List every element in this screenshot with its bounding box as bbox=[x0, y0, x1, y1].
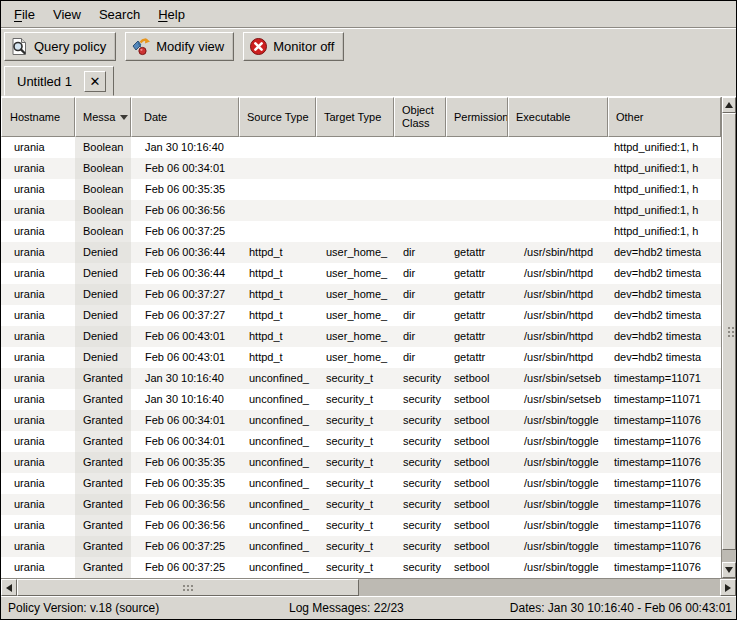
table-row[interactable]: uraniaGrantedFeb 06 00:34:01unconfined_s… bbox=[1, 431, 721, 452]
table-cell: Boolean bbox=[75, 179, 131, 200]
table-cell: /usr/sbin/httpd bbox=[508, 263, 608, 284]
scroll-up-button[interactable] bbox=[722, 97, 736, 113]
table-cell: urania bbox=[1, 263, 75, 284]
scroll-left-button[interactable] bbox=[1, 579, 17, 596]
table-cell: security_t bbox=[316, 389, 394, 410]
table-cell: urania bbox=[1, 326, 75, 347]
table-cell: httpd_unified:1, h bbox=[608, 200, 721, 221]
table-cell: Jan 30 10:16:40 bbox=[131, 368, 239, 389]
table-cell: Feb 06 00:37:27 bbox=[131, 305, 239, 326]
table-row[interactable]: uraniaGrantedFeb 06 00:37:25unconfined_s… bbox=[1, 536, 721, 557]
table-cell bbox=[508, 158, 608, 179]
table-cell: urania bbox=[1, 473, 75, 494]
table-cell: timestamp=11076 bbox=[608, 494, 721, 515]
table-cell: unconfined_ bbox=[239, 389, 316, 410]
column-header-date[interactable]: Date bbox=[131, 97, 239, 137]
log-table-container: Hostname Messa Date Source Type Target T… bbox=[1, 97, 721, 578]
table-row[interactable]: uraniaGrantedFeb 06 00:36:56unconfined_s… bbox=[1, 494, 721, 515]
table-row[interactable]: uraniaDeniedFeb 06 00:37:27httpd_tuser_h… bbox=[1, 305, 721, 326]
table-cell bbox=[239, 158, 316, 179]
table-cell: Feb 06 00:43:01 bbox=[131, 347, 239, 368]
table-cell: Feb 06 00:34:01 bbox=[131, 410, 239, 431]
scroll-right-button[interactable] bbox=[720, 579, 736, 596]
horizontal-scrollbar-thumb[interactable] bbox=[17, 579, 359, 596]
table-cell bbox=[316, 200, 394, 221]
modify-view-button[interactable]: Modify view bbox=[125, 32, 234, 61]
table-cell: getattr bbox=[446, 347, 508, 368]
table-row[interactable]: uraniaDeniedFeb 06 00:36:44httpd_tuser_h… bbox=[1, 263, 721, 284]
table-row[interactable]: uraniaDeniedFeb 06 00:37:27httpd_tuser_h… bbox=[1, 284, 721, 305]
table-cell: setbool bbox=[446, 536, 508, 557]
column-header-object-class[interactable]: Object Class bbox=[394, 97, 446, 137]
column-header-executable[interactable]: Executable bbox=[508, 97, 608, 137]
table-cell: httpd_t bbox=[239, 284, 316, 305]
column-header-target-type[interactable]: Target Type bbox=[316, 97, 394, 137]
table-cell: Feb 06 00:37:25 bbox=[131, 536, 239, 557]
table-cell: setbool bbox=[446, 389, 508, 410]
table-cell: unconfined_ bbox=[239, 473, 316, 494]
table-row[interactable]: uraniaDeniedFeb 06 00:43:01httpd_tuser_h… bbox=[1, 347, 721, 368]
table-cell: Boolean bbox=[75, 221, 131, 242]
column-header-message[interactable]: Messa bbox=[75, 97, 131, 137]
table-row[interactable]: uraniaBooleanFeb 06 00:34:01httpd_unifie… bbox=[1, 158, 721, 179]
vertical-scrollbar-thumb[interactable] bbox=[722, 113, 736, 550]
table-row[interactable]: uraniaGrantedJan 30 10:16:40unconfined_s… bbox=[1, 368, 721, 389]
table-cell bbox=[508, 200, 608, 221]
table-row[interactable]: uraniaDeniedFeb 06 00:36:44httpd_tuser_h… bbox=[1, 242, 721, 263]
table-cell: user_home_ bbox=[316, 284, 394, 305]
table-cell: Feb 06 00:37:27 bbox=[131, 284, 239, 305]
table-cell: /usr/sbin/toggle bbox=[508, 494, 608, 515]
menu-item-file[interactable]: File bbox=[5, 3, 44, 26]
table-row[interactable]: uraniaGrantedFeb 06 00:35:35unconfined_s… bbox=[1, 452, 721, 473]
seaudit-window: FileViewSearchHelp Query policy bbox=[0, 0, 737, 620]
tab-close-button[interactable]: ✕ bbox=[84, 71, 106, 92]
column-header-source-type[interactable]: Source Type bbox=[239, 97, 316, 137]
menu-item-view[interactable]: View bbox=[44, 3, 90, 26]
table-cell: urania bbox=[1, 515, 75, 536]
table-cell: urania bbox=[1, 284, 75, 305]
table-row[interactable]: uraniaGrantedJan 30 10:16:40unconfined_s… bbox=[1, 389, 721, 410]
table-cell: unconfined_ bbox=[239, 410, 316, 431]
table-cell: setbool bbox=[446, 410, 508, 431]
table-row[interactable]: uraniaBooleanFeb 06 00:35:35httpd_unifie… bbox=[1, 179, 721, 200]
table-cell: urania bbox=[1, 452, 75, 473]
table-row[interactable]: uraniaGrantedFeb 06 00:35:35unconfined_s… bbox=[1, 473, 721, 494]
table-cell: dev=hdb2 timesta bbox=[608, 263, 721, 284]
monitor-off-button[interactable]: Monitor off bbox=[243, 32, 344, 61]
table-cell: getattr bbox=[446, 263, 508, 284]
table-row[interactable]: uraniaBooleanJan 30 10:16:40httpd_unifie… bbox=[1, 137, 721, 158]
table-row[interactable]: uraniaGrantedFeb 06 00:34:01unconfined_s… bbox=[1, 410, 721, 431]
table-cell: setbool bbox=[446, 557, 508, 578]
table-cell: /usr/sbin/toggle bbox=[508, 473, 608, 494]
column-header-other[interactable]: Other bbox=[608, 97, 721, 137]
table-cell bbox=[239, 179, 316, 200]
table-cell: dir bbox=[394, 326, 446, 347]
scrollbar-grip bbox=[728, 326, 730, 338]
menu-item-help[interactable]: Help bbox=[149, 3, 194, 26]
table-cell: Feb 06 00:35:35 bbox=[131, 452, 239, 473]
modify-view-icon bbox=[131, 37, 151, 56]
table-row[interactable]: uraniaGrantedFeb 06 00:37:25unconfined_s… bbox=[1, 557, 721, 578]
table-row[interactable]: uraniaGrantedFeb 06 00:36:56unconfined_s… bbox=[1, 515, 721, 536]
table-row[interactable]: uraniaBooleanFeb 06 00:36:56httpd_unifie… bbox=[1, 200, 721, 221]
vertical-scrollbar[interactable] bbox=[721, 97, 736, 578]
horizontal-scrollbar[interactable] bbox=[1, 578, 736, 596]
table-cell: httpd_t bbox=[239, 305, 316, 326]
menu-bar: FileViewSearchHelp bbox=[1, 1, 736, 28]
table-row[interactable]: uraniaDeniedFeb 06 00:43:01httpd_tuser_h… bbox=[1, 326, 721, 347]
scroll-down-button[interactable] bbox=[722, 562, 736, 578]
table-cell: security bbox=[394, 515, 446, 536]
query-policy-button[interactable]: Query policy bbox=[4, 32, 116, 61]
horizontal-scrollbar-trough[interactable] bbox=[359, 579, 720, 596]
table-cell: Granted bbox=[75, 557, 131, 578]
table-cell: setbool bbox=[446, 515, 508, 536]
table-row[interactable]: uraniaBooleanFeb 06 00:37:25httpd_unifie… bbox=[1, 221, 721, 242]
table-cell bbox=[316, 158, 394, 179]
table-cell: user_home_ bbox=[316, 326, 394, 347]
menu-item-search[interactable]: Search bbox=[90, 3, 149, 26]
tab-untitled-1[interactable]: Untitled 1 ✕ bbox=[4, 66, 114, 96]
table-cell: dev=hdb2 timesta bbox=[608, 284, 721, 305]
column-header-hostname[interactable]: Hostname bbox=[1, 97, 75, 137]
vertical-scrollbar-trough[interactable] bbox=[722, 550, 736, 562]
column-header-permission[interactable]: Permission bbox=[446, 97, 508, 137]
